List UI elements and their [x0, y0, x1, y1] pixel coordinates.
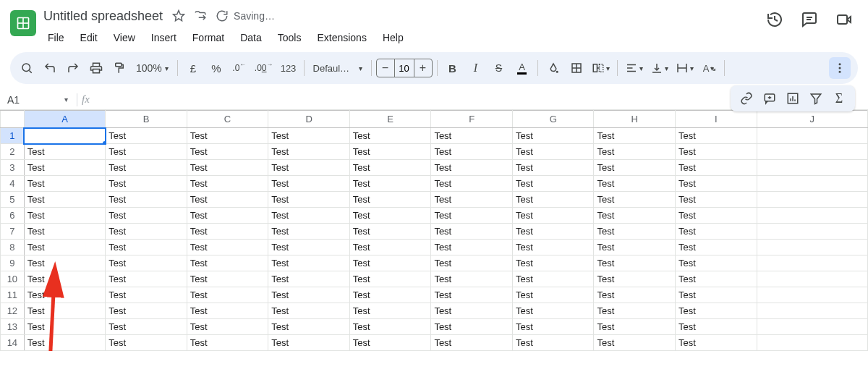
row-header-1[interactable]: 1 — [1, 128, 25, 144]
star-icon[interactable] — [171, 9, 186, 23]
menu-help[interactable]: Help — [377, 29, 409, 46]
cell-J8[interactable] — [757, 240, 867, 255]
cell-D5[interactable]: Test — [268, 192, 350, 208]
cell-H10[interactable]: Test — [594, 271, 676, 287]
cell-H4[interactable]: Test — [594, 176, 676, 192]
cell-B9[interactable]: Test — [106, 255, 187, 271]
cell-G7[interactable]: Test — [512, 224, 594, 240]
cell-C11[interactable]: Test — [187, 287, 268, 303]
number-format-button[interactable]: 123 — [278, 57, 299, 79]
cell-A7[interactable]: Test — [24, 224, 106, 240]
insert-chart-icon[interactable] — [783, 88, 803, 109]
percent-button[interactable]: % — [205, 57, 227, 79]
row-header-7[interactable]: 7 — [1, 224, 25, 240]
menu-file[interactable]: File — [42, 29, 70, 46]
cell-D4[interactable]: Test — [268, 176, 350, 192]
text-rotation-button[interactable]: A↘ — [698, 57, 720, 79]
cell-D12[interactable]: Test — [268, 303, 350, 319]
font-size-decrease[interactable]: − — [377, 62, 394, 75]
cell-C12[interactable]: Test — [187, 303, 268, 319]
menu-extensions[interactable]: Extensions — [311, 29, 372, 46]
column-header-B[interactable]: B — [106, 111, 187, 128]
cell-E7[interactable]: Test — [349, 224, 431, 240]
cell-H13[interactable]: Test — [594, 319, 676, 335]
column-header-C[interactable]: C — [187, 111, 268, 128]
fill-color-button[interactable] — [542, 57, 564, 79]
cell-G12[interactable]: Test — [512, 303, 594, 319]
cell-B11[interactable]: Test — [106, 287, 187, 303]
cell-E10[interactable]: Test — [349, 271, 431, 287]
row-header-12[interactable]: 12 — [1, 303, 25, 319]
currency-button[interactable]: £ — [182, 57, 204, 79]
cell-E12[interactable]: Test — [349, 303, 431, 319]
cell-I3[interactable]: Test — [675, 160, 757, 176]
row-header-9[interactable]: 9 — [1, 255, 25, 271]
cell-G8[interactable]: Test — [512, 240, 594, 255]
cell-H3[interactable]: Test — [594, 160, 676, 176]
cell-D9[interactable]: Test — [268, 255, 350, 271]
cell-J11[interactable] — [757, 287, 867, 303]
cell-J1[interactable] — [757, 128, 867, 144]
cell-B10[interactable]: Test — [106, 271, 187, 287]
menu-view[interactable]: View — [108, 29, 141, 46]
cell-G5[interactable]: Test — [512, 192, 594, 208]
cell-I2[interactable]: Test — [675, 144, 757, 160]
horizontal-align-button[interactable] — [622, 57, 646, 79]
cell-G9[interactable]: Test — [512, 255, 594, 271]
cell-G3[interactable]: Test — [512, 160, 594, 176]
font-size-increase[interactable]: + — [414, 62, 432, 75]
cell-B3[interactable]: Test — [106, 160, 187, 176]
redo-icon[interactable] — [62, 57, 84, 79]
cell-C10[interactable]: Test — [187, 271, 268, 287]
cell-E9[interactable]: Test — [349, 255, 431, 271]
font-family-dropdown[interactable]: Defaul… — [309, 57, 367, 79]
column-header-I[interactable]: I — [675, 111, 757, 128]
cell-F5[interactable]: Test — [431, 192, 513, 208]
cell-B2[interactable]: Test — [106, 144, 187, 160]
cell-F9[interactable]: Test — [431, 255, 513, 271]
cell-H2[interactable]: Test — [594, 144, 676, 160]
cell-B4[interactable]: Test — [106, 176, 187, 192]
search-icon[interactable] — [16, 57, 38, 79]
more-toolbar-button[interactable] — [829, 57, 851, 79]
cell-J6[interactable] — [757, 208, 867, 224]
cell-E14[interactable]: Test — [349, 335, 431, 351]
cell-G4[interactable]: Test — [512, 176, 594, 192]
cell-C1[interactable]: Test — [187, 128, 268, 144]
cell-E6[interactable]: Test — [349, 208, 431, 224]
cell-A6[interactable]: Test — [24, 208, 106, 224]
menu-tools[interactable]: Tools — [272, 29, 307, 46]
document-title[interactable]: Untitled spreadsheet — [42, 9, 164, 24]
cell-D3[interactable]: Test — [268, 160, 350, 176]
cell-A2[interactable]: Test — [24, 144, 106, 160]
cell-G10[interactable]: Test — [512, 271, 594, 287]
merge-cells-button[interactable] — [589, 57, 613, 79]
cell-B5[interactable]: Test — [106, 192, 187, 208]
cell-A4[interactable]: Test — [24, 176, 106, 192]
cell-B14[interactable]: Test — [106, 335, 187, 351]
row-header-4[interactable]: 4 — [1, 176, 25, 192]
cell-H14[interactable]: Test — [594, 335, 676, 351]
column-header-A[interactable]: A — [24, 111, 106, 128]
menu-data[interactable]: Data — [234, 29, 268, 46]
cell-I8[interactable]: Test — [675, 240, 757, 255]
borders-button[interactable] — [566, 57, 587, 79]
decrease-decimal-button[interactable]: .0← — [229, 57, 250, 79]
cell-E13[interactable]: Test — [349, 319, 431, 335]
comment-icon[interactable] — [800, 10, 819, 29]
cell-B7[interactable]: Test — [106, 224, 187, 240]
cell-C14[interactable]: Test — [187, 335, 268, 351]
strikethrough-button[interactable]: S — [488, 57, 510, 79]
cell-F1[interactable]: Test — [431, 128, 513, 144]
vertical-align-button[interactable] — [647, 57, 671, 79]
bold-button[interactable]: B — [442, 57, 464, 79]
row-header-5[interactable]: 5 — [1, 192, 25, 208]
cell-H5[interactable]: Test — [594, 192, 676, 208]
column-header-F[interactable]: F — [431, 111, 513, 128]
cell-D2[interactable]: Test — [268, 144, 350, 160]
row-header-10[interactable]: 10 — [1, 271, 25, 287]
cell-A3[interactable]: Test — [24, 160, 106, 176]
cell-C6[interactable]: Test — [187, 208, 268, 224]
cell-F12[interactable]: Test — [431, 303, 513, 319]
paint-format-icon[interactable] — [109, 57, 130, 79]
